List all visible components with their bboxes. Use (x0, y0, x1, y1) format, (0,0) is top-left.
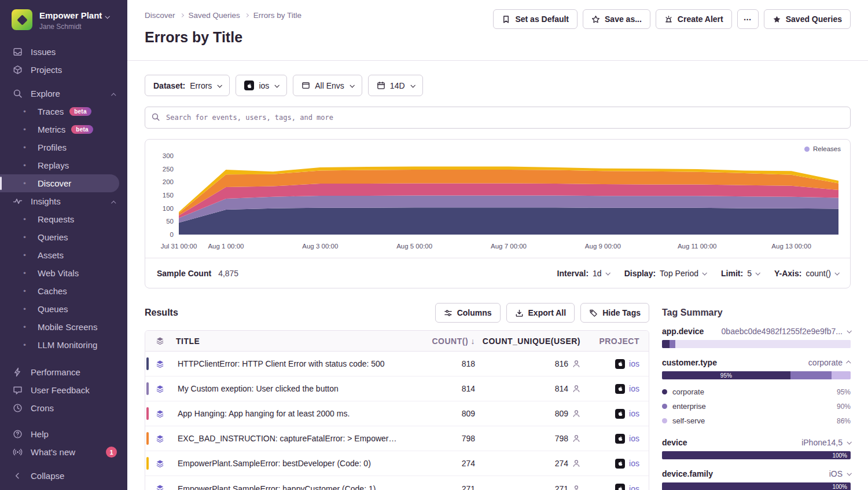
user-icon (572, 459, 580, 467)
breadcrumb-discover[interactable]: Discover (145, 11, 175, 20)
sidebar-item-mobile-screens[interactable]: •Mobile Screens (0, 318, 127, 336)
sidebar-item-assets[interactable]: •Assets (0, 246, 127, 264)
button-label: Saved Queries (786, 14, 842, 24)
more-actions-button[interactable]: ⋯ (737, 9, 759, 29)
sidebar-item-discover[interactable]: • Discover (0, 174, 119, 192)
sidebar-item-crons[interactable]: Crons (0, 399, 127, 417)
sidebar-item-queues[interactable]: •Queues (0, 300, 127, 318)
sidebar-collapse-button[interactable]: Collapse (0, 467, 127, 485)
beta-badge: beta (69, 107, 91, 116)
project-link[interactable]: ios (629, 384, 639, 393)
set-as-default-button[interactable]: Set as Default (493, 9, 578, 29)
date-range-selector[interactable]: 14D (368, 75, 423, 96)
tag-value-toggle[interactable]: iOS (829, 469, 851, 478)
table-row[interactable]: HTTPClientError: HTTP Client Error with … (145, 352, 649, 376)
chart-legend-releases[interactable]: Releases (804, 145, 841, 152)
sidebar-item-replays[interactable]: • Replays (0, 156, 127, 174)
project-link[interactable]: ios (629, 434, 639, 443)
project-link[interactable]: ios (629, 359, 639, 368)
series-color-bar (146, 357, 149, 370)
sidebar-item-profiles[interactable]: • Profiles (0, 138, 127, 156)
project-link[interactable]: ios (629, 484, 639, 490)
svg-text:250: 250 (163, 166, 174, 173)
count-unique-value: 809 (555, 409, 568, 418)
tag-distribution-bar: 100% (662, 482, 851, 490)
chevron-down-icon (847, 471, 851, 476)
breadcrumb-saved-queries[interactable]: Saved Queries (189, 11, 240, 20)
yaxis-dropdown[interactable]: Y-Axis: count() (774, 269, 838, 278)
sidebar-item-caches[interactable]: •Caches (0, 282, 127, 300)
save-as-button[interactable]: Save as... (583, 9, 650, 29)
user-icon (572, 434, 580, 443)
tag-legend-item[interactable]: corporate 95% (662, 385, 851, 399)
limit-dropdown[interactable]: Limit: 5 (721, 269, 759, 278)
environment-selector[interactable]: All Envs (293, 75, 362, 96)
search-input[interactable] (145, 107, 851, 129)
export-all-button[interactable]: Export All (506, 303, 575, 323)
project-link[interactable]: ios (629, 459, 639, 468)
layers-icon (156, 434, 164, 443)
dataset-selector[interactable]: Dataset: Errors (145, 75, 230, 96)
chart-footer: Sample Count 4,875 Interval: 1d Display:… (145, 258, 850, 288)
org-switcher[interactable]: Empower Plant Jane Schmidt (0, 0, 127, 37)
tag-distribution-bar: 100% (662, 451, 851, 459)
column-header-title[interactable]: TITLE (164, 337, 407, 346)
table-row[interactable]: App Hanging: App hanging for at least 20… (145, 401, 649, 426)
columns-button[interactable]: Columns (435, 303, 501, 323)
layers-icon (156, 385, 164, 393)
sidebar-item-traces[interactable]: • Traces beta (0, 103, 127, 120)
tag-value-toggle[interactable]: 0baebc0de4982f1255f2e9e9fb7... (722, 327, 851, 336)
table-row[interactable]: My Custom exeption: User clicked the but… (145, 376, 649, 401)
tag-distribution-bar (662, 340, 851, 348)
sidebar-item-projects[interactable]: Projects (0, 61, 127, 79)
sidebar-item-label: Issues (31, 47, 56, 57)
column-header-count-unique[interactable]: COUNT_UNIQUE(USER) (475, 337, 580, 346)
error-title[interactable]: My Custom exeption: User clicked the but… (178, 384, 407, 393)
apple-icon (615, 459, 625, 469)
saved-queries-button[interactable]: Saved Queries (764, 9, 851, 29)
bullet-icon: • (20, 323, 30, 331)
sidebar-item-metrics[interactable]: • Metrics beta (0, 120, 127, 138)
interval-dropdown[interactable]: Interval: 1d (557, 269, 609, 278)
count-value: 809 (407, 409, 475, 418)
sidebar-section-explore[interactable]: Explore (0, 85, 127, 103)
tag-legend-item[interactable]: enterprise 90% (662, 399, 851, 414)
sidebar-item-help[interactable]: Help (0, 425, 127, 443)
table-row[interactable]: EXC_BAD_INSTRUCTION: captureFatalError: … (145, 426, 649, 451)
project-selector[interactable]: ios (236, 75, 287, 96)
sidebar-item-web-vitals[interactable]: •Web Vitals (0, 264, 127, 282)
sidebar-section-insights[interactable]: Insights (0, 192, 127, 210)
error-title[interactable]: EmpowerPlant.SampleError: bestDeveloper … (178, 459, 407, 468)
sidebar-item-label: Performance (31, 367, 80, 377)
project-link[interactable]: ios (629, 409, 639, 418)
create-alert-button[interactable]: Create Alert (656, 9, 732, 29)
sidebar-item-issues[interactable]: Issues (0, 43, 127, 61)
hide-tags-button[interactable]: Hide Tags (580, 303, 649, 323)
tag-legend-item[interactable]: self-serve 86% (662, 414, 851, 428)
sidebar-item-performance[interactable]: Performance (0, 363, 127, 381)
pulse-icon (13, 196, 23, 206)
display-dropdown[interactable]: Display: Top Period (624, 269, 706, 278)
error-title[interactable]: App Hanging: App hanging for at least 20… (178, 409, 407, 418)
sidebar-item-llm-monitoring[interactable]: •LLM Monitoring (0, 336, 127, 354)
svg-text:Jul 31 00:00: Jul 31 00:00 (161, 243, 197, 250)
tag-value-toggle[interactable]: iPhone14,5 (801, 438, 851, 447)
sidebar-item-label: Web Vitals (38, 268, 79, 278)
tag-value-toggle[interactable]: corporate (808, 358, 851, 367)
error-title[interactable]: EXC_BAD_INSTRUCTION: captureFatalError: … (178, 434, 407, 443)
sidebar-item-label: User Feedback (31, 385, 90, 395)
table-row[interactable]: EmpowerPlant.SampleError: bestDeveloper … (145, 451, 649, 476)
sidebar-item-whats-new[interactable]: What's new 1 (0, 443, 127, 461)
chevron-down-icon (275, 83, 279, 87)
error-title[interactable]: EmpowerPlant.SampleError: happyCustomer … (178, 484, 407, 490)
button-label: Hide Tags (602, 308, 641, 317)
sidebar-item-requests[interactable]: •Requests (0, 210, 127, 228)
column-header-count[interactable]: COUNT() ↓ (407, 337, 475, 346)
tag-block-app-device: app.device 0baebc0de4982f1255f2e9e9fb7..… (662, 327, 851, 348)
sidebar-item-user-feedback[interactable]: User Feedback (0, 381, 127, 399)
column-header-project[interactable]: PROJECT (580, 337, 649, 346)
sidebar-item-queries[interactable]: •Queries (0, 228, 127, 246)
error-title[interactable]: HTTPClientError: HTTP Client Error with … (178, 359, 407, 368)
table-row[interactable]: EmpowerPlant.SampleError: happyCustomer … (145, 476, 649, 490)
button-label: Create Alert (678, 14, 723, 24)
